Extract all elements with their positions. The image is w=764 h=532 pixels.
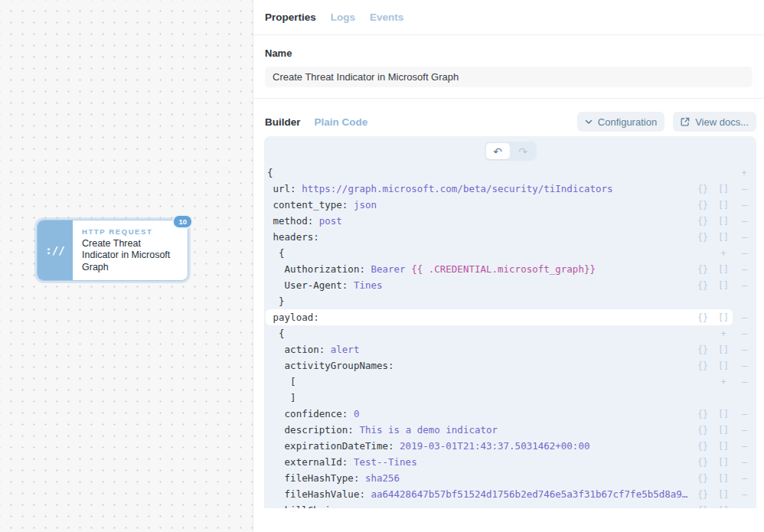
code-line[interactable]: {+— (264, 245, 756, 261)
array-icon[interactable]: [] (718, 200, 729, 211)
tab-plain-code[interactable]: Plain Code (315, 116, 368, 128)
remove-icon[interactable]: — (739, 505, 749, 509)
remove-icon[interactable]: — (739, 409, 749, 419)
object-icon[interactable]: {} (697, 280, 708, 291)
add-icon[interactable]: + (739, 168, 749, 178)
object-icon[interactable]: {} (697, 232, 708, 243)
code-line[interactable]: {+— (264, 325, 756, 341)
array-icon[interactable]: [] (718, 489, 729, 500)
object-icon[interactable]: {} (697, 489, 708, 500)
object-icon[interactable]: {} (697, 457, 708, 468)
code-key-value: action: alert (267, 344, 359, 355)
name-section: Name (253, 35, 764, 99)
object-icon[interactable]: {} (697, 361, 708, 371)
code-line[interactable]: [+— (264, 374, 756, 390)
code-line[interactable]: ] (264, 390, 756, 406)
array-icon[interactable]: [] (718, 264, 729, 275)
tab-properties[interactable]: Properties (265, 11, 316, 23)
name-input[interactable] (265, 67, 753, 87)
remove-icon[interactable]: — (739, 489, 749, 500)
code-line[interactable]: } (264, 293, 756, 309)
array-icon[interactable]: [] (718, 312, 729, 323)
http-request-node[interactable]: :// HTTP REQUEST Create Threat Indicator… (37, 220, 188, 281)
array-icon[interactable]: [] (718, 232, 729, 243)
object-icon[interactable]: {} (697, 425, 708, 436)
array-icon[interactable]: [] (718, 457, 729, 468)
code-editor[interactable]: ↶ ↷ {+ url: https://graph.microsoft.com/… (264, 136, 756, 508)
code-line[interactable]: confidence: 0{}[]— (264, 406, 756, 422)
code-line[interactable]: activityGroupNames: {}[]— (264, 357, 756, 374)
code-line[interactable]: externalId: Test--Tines{}[]— (264, 454, 756, 470)
code-line[interactable]: payload: {}[]— (264, 309, 756, 325)
add-icon[interactable]: + (718, 248, 729, 259)
code-line[interactable]: action: alert{}[]— (264, 341, 756, 357)
object-icon[interactable]: {} (697, 264, 708, 275)
object-icon[interactable]: {} (697, 409, 708, 419)
remove-icon[interactable]: — (739, 200, 749, 211)
remove-icon[interactable]: — (739, 457, 749, 468)
code-line[interactable]: User-Agent: Tines{}[]— (264, 277, 756, 293)
remove-icon[interactable]: — (739, 441, 749, 452)
remove-icon[interactable]: — (739, 344, 749, 355)
code-line[interactable]: expirationDateTime: 2019-03-01T21:43:37.… (264, 438, 756, 454)
code-key-value: activityGroupNames: (267, 360, 400, 371)
array-icon[interactable]: [] (718, 361, 729, 371)
array-icon[interactable]: [] (718, 473, 729, 484)
object-icon[interactable]: {} (697, 473, 708, 484)
array-icon[interactable]: [] (718, 216, 729, 227)
code-line[interactable]: fileHashType: sha256{}[]— (264, 470, 756, 486)
object-icon[interactable]: {} (697, 505, 708, 509)
code-line[interactable]: killChain: {}[]— (264, 502, 756, 508)
tab-logs[interactable]: Logs (331, 11, 355, 23)
code-bracket: { (267, 167, 273, 178)
remove-icon[interactable]: — (739, 361, 749, 371)
object-icon[interactable]: {} (697, 184, 708, 194)
workflow-canvas[interactable]: :// HTTP REQUEST Create Threat Indicator… (0, 0, 253, 532)
view-docs-button[interactable]: View docs... (673, 112, 756, 132)
tab-builder[interactable]: Builder (265, 116, 301, 128)
object-icon[interactable]: {} (697, 312, 708, 323)
remove-icon[interactable]: — (739, 248, 749, 259)
array-icon[interactable]: [] (718, 441, 729, 452)
undo-icon[interactable]: ↶ (486, 143, 510, 159)
array-icon[interactable]: [] (718, 344, 729, 355)
code-line[interactable]: description: This is a demo indicator{}[… (264, 422, 756, 438)
event-count-badge[interactable]: 10 (172, 214, 193, 229)
remove-icon[interactable]: — (739, 264, 749, 275)
remove-icon[interactable]: — (739, 280, 749, 291)
object-icon[interactable]: {} (697, 216, 708, 227)
code-editor-lines: {+ url: https://graph.microsoft.com/beta… (264, 165, 756, 508)
tab-events[interactable]: Events (370, 11, 403, 23)
line-gutter: {}[]— (697, 213, 756, 229)
object-icon[interactable]: {} (697, 441, 708, 452)
code-line[interactable]: fileHashValue: aa64428647b57bf51524d1756… (264, 486, 756, 502)
remove-icon[interactable]: — (739, 232, 749, 243)
array-icon[interactable]: [] (718, 505, 729, 509)
remove-icon[interactable]: — (739, 184, 749, 194)
code-key-value: confidence: 0 (267, 408, 359, 419)
remove-icon[interactable]: — (739, 377, 749, 387)
remove-icon[interactable]: — (739, 328, 749, 339)
remove-icon[interactable]: — (739, 216, 749, 227)
code-key-value: headers: (267, 231, 325, 243)
remove-icon[interactable]: — (739, 473, 749, 484)
add-icon[interactable]: + (718, 328, 729, 339)
code-line[interactable]: {+ (264, 165, 756, 181)
code-line[interactable]: Authorization: Bearer {{ .CREDENTIAL.mic… (264, 261, 756, 277)
object-icon[interactable]: {} (697, 344, 708, 355)
array-icon[interactable]: [] (718, 409, 729, 419)
remove-icon[interactable]: — (739, 312, 749, 323)
code-line[interactable]: content_type: json{}[]— (264, 197, 756, 213)
remove-icon[interactable]: — (739, 425, 749, 436)
redo-icon[interactable]: ↷ (511, 143, 535, 159)
array-icon[interactable]: [] (718, 425, 729, 436)
configuration-button[interactable]: Configuration (577, 112, 664, 132)
code-line[interactable]: url: https://graph.microsoft.com/beta/se… (264, 181, 756, 197)
code-line[interactable]: headers: {}[]— (264, 229, 756, 245)
object-icon[interactable]: {} (697, 200, 708, 211)
array-icon[interactable]: [] (718, 184, 729, 194)
line-gutter: {}[]— (697, 406, 756, 422)
add-icon[interactable]: + (718, 377, 729, 387)
code-line[interactable]: method: post{}[]— (264, 213, 756, 229)
array-icon[interactable]: [] (718, 280, 729, 291)
